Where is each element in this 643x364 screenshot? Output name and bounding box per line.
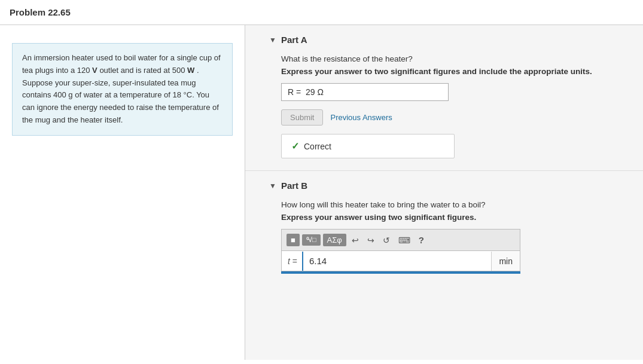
help-button[interactable]: ? [416,233,427,247]
part-a-instruction: Express your answer to two significant f… [281,67,619,76]
part-a-chevron-icon: ▼ [269,36,276,44]
part-b-header[interactable]: ▼ Part B [269,181,619,191]
part-b-value-input[interactable] [303,251,491,271]
redo-button[interactable]: ↪ [364,234,377,247]
submit-button[interactable]: Submit [281,109,323,126]
part-a-body: What is the resistance of the heater? Ex… [269,54,619,158]
greek-button[interactable]: ΑΣφ [323,234,346,246]
title-text: Problem 22.65 [10,7,71,17]
math-toolbar: ■ ⁰√□ ΑΣφ ↩ ↪ ↺ ⌨ ? [281,229,520,250]
part-a-answer-row [281,83,619,101]
part-a-question: What is the resistance of the heater? [281,54,619,63]
undo-button[interactable]: ↩ [349,234,362,247]
page-title: Problem 22.65 [0,0,643,25]
part-a-answer-input[interactable] [281,83,449,101]
matrix-button[interactable]: ■ [287,234,300,246]
radical-button[interactable]: ⁰√□ [302,234,321,246]
part-a-submit-row: Submit Previous Answers [281,109,619,126]
part-b-title: Part B [281,181,307,191]
part-b-instruction: Express your answer using two significan… [281,213,619,222]
correct-check-icon: ✓ [291,140,299,152]
unit-label: min [491,252,520,271]
math-input-area: t = min [281,250,520,271]
main-layout: An immersion heater used to boil water f… [0,25,643,360]
reset-button[interactable]: ↺ [380,234,393,247]
part-a-title: Part A [281,35,307,45]
part-b-question: How long will this heater take to bring … [281,200,619,209]
problem-paragraph: An immersion heater used to boil water f… [22,53,221,124]
right-panel: ▼ Part A What is the resistance of the h… [245,25,643,360]
part-a-header[interactable]: ▼ Part A [269,35,619,45]
previous-answers-link[interactable]: Previous Answers [330,113,392,122]
keyboard-button[interactable]: ⌨ [395,234,413,247]
part-b-body: How long will this heater take to bring … [269,200,619,274]
bottom-bar [281,271,520,274]
left-panel: An immersion heater used to boil water f… [0,25,245,360]
part-b-section: ▼ Part B How long will this heater take … [245,171,643,286]
input-prefix: t = [282,252,303,271]
part-a-section: ▼ Part A What is the resistance of the h… [245,25,643,171]
correct-box: ✓ Correct [281,134,455,158]
problem-text-box: An immersion heater used to boil water f… [12,43,233,136]
correct-text: Correct [304,142,331,151]
math-input-wrapper: ■ ⁰√□ ΑΣφ ↩ ↪ ↺ ⌨ ? t = min [281,229,520,274]
part-b-chevron-icon: ▼ [269,182,276,190]
